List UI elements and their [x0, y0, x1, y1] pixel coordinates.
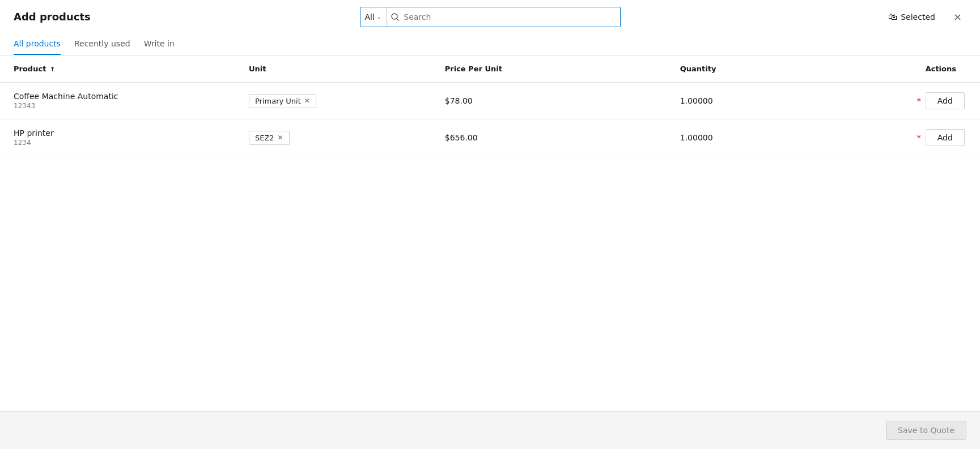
quantity-value-1: 1.00000: [680, 96, 713, 105]
tabs-container: All products Recently used Write in: [0, 33, 980, 55]
product-id-2: 1234: [14, 139, 222, 147]
search-icon: [387, 13, 404, 21]
quantity-value-2: 1.00000: [680, 133, 713, 142]
product-id-1: 12343: [14, 102, 222, 110]
price-cell-2: $656.00: [431, 119, 667, 156]
column-price-per-unit: Price Per Unit: [431, 55, 667, 83]
svg-line-1: [397, 19, 398, 20]
actions-cell-2: * Add: [902, 119, 980, 156]
product-name-1: Coffee Machine Automatic: [14, 92, 222, 101]
unit-remove-icon-2[interactable]: ✕: [278, 134, 283, 142]
save-to-quote-button[interactable]: Save to Quote: [886, 421, 966, 440]
modal-header: Add products All ⌄ 🛍 Selected: [0, 0, 980, 33]
tabs: All products Recently used Write in: [14, 33, 966, 55]
quantity-cell-1: 1.00000: [667, 83, 902, 119]
product-name-2: HP printer: [14, 129, 222, 138]
add-products-modal: Add products All ⌄ 🛍 Selected: [0, 0, 980, 449]
selected-button[interactable]: 🛍 Selected: [884, 9, 940, 24]
column-actions: Actions: [902, 55, 980, 83]
selected-label: Selected: [901, 12, 935, 22]
close-button[interactable]: ×: [949, 10, 966, 24]
products-table-container: Product ↑ Unit Price Per Unit Quantity A…: [0, 55, 980, 411]
price-cell-1: $78.00: [431, 83, 667, 119]
chevron-down-icon: ⌄: [377, 14, 381, 20]
search-container: All ⌄: [360, 7, 621, 27]
search-filter-button[interactable]: All ⌄: [360, 7, 387, 27]
add-button-1[interactable]: Add: [926, 92, 965, 109]
table-row: Coffee Machine Automatic 12343 Primary U…: [0, 83, 980, 119]
unit-label-2: SEZ2: [255, 134, 274, 142]
header-right: 🛍 Selected ×: [884, 9, 966, 24]
quantity-cell-2: 1.00000: [667, 119, 902, 156]
add-button-2[interactable]: Add: [926, 129, 965, 146]
actions-cell-1: * Add: [902, 83, 980, 119]
unit-cell-1: Primary Unit ✕: [235, 83, 431, 119]
search-wrapper: All ⌄: [360, 7, 621, 27]
product-cell-2: HP printer 1234: [0, 119, 235, 156]
tab-recently-used[interactable]: Recently used: [74, 33, 130, 55]
modal-title: Add products: [14, 11, 91, 23]
bag-icon: 🛍: [888, 11, 897, 22]
modal-footer: Save to Quote: [0, 411, 980, 449]
column-unit: Unit: [235, 55, 431, 83]
tab-write-in[interactable]: Write in: [144, 33, 175, 55]
search-filter-label: All: [365, 12, 375, 22]
products-table: Product ↑ Unit Price Per Unit Quantity A…: [0, 55, 980, 156]
unit-remove-icon-1[interactable]: ✕: [304, 97, 310, 105]
table-header-row: Product ↑ Unit Price Per Unit Quantity A…: [0, 55, 980, 83]
tab-all-products[interactable]: All products: [14, 33, 61, 55]
unit-label-1: Primary Unit: [255, 97, 301, 105]
unit-tag-2: SEZ2 ✕: [249, 131, 290, 145]
required-star-2: *: [917, 133, 921, 142]
table-row: HP printer 1234 SEZ2 ✕ $656.00 1.00000: [0, 119, 980, 156]
product-cell-1: Coffee Machine Automatic 12343: [0, 83, 235, 119]
search-input[interactable]: [404, 12, 620, 22]
required-star-1: *: [917, 96, 921, 105]
column-quantity: Quantity: [667, 55, 902, 83]
column-product: Product ↑: [0, 55, 235, 83]
unit-tag-1: Primary Unit ✕: [249, 94, 316, 108]
sort-indicator: ↑: [50, 66, 55, 73]
unit-cell-2: SEZ2 ✕: [235, 119, 431, 156]
